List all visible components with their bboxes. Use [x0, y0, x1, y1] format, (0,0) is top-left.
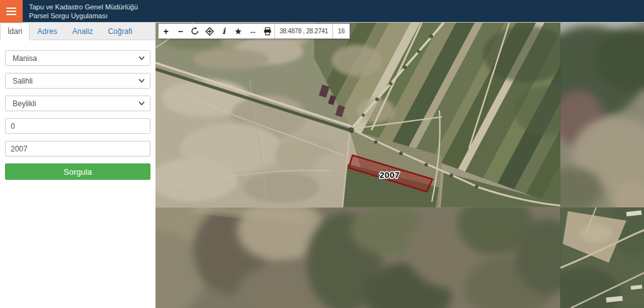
app-title-line2: Parsel Sorgu Uygulaması — [29, 11, 138, 20]
tab-analiz[interactable]: Analiz — [65, 23, 101, 40]
measure-button[interactable]: ↔ — [246, 24, 260, 38]
query-sidebar: İdari Adres Analiz Coğrafi Manisa Salihl… — [0, 23, 155, 308]
refresh-button[interactable] — [188, 24, 202, 38]
print-button[interactable] — [260, 24, 274, 38]
parcel-query-form: Manisa Salihli Beylikli — [0, 40, 155, 180]
sidebar-tabs: İdari Adres Analiz Coğrafi — [0, 23, 155, 40]
zoom-in-button[interactable]: + — [159, 24, 173, 38]
province-select-value: Manisa — [13, 54, 37, 63]
satellite-imagery: 2007 — [155, 23, 644, 308]
zoom-out-button[interactable]: − — [173, 24, 188, 38]
center-position-button[interactable] — [202, 24, 217, 38]
province-select[interactable]: Manisa — [5, 50, 150, 66]
printer-icon — [263, 27, 272, 36]
query-button[interactable]: Sorgula — [5, 163, 150, 180]
chevron-down-icon — [138, 56, 145, 60]
map-toolbar: + − i ★ ↔ 38.4878 , 28.2741 16 — [158, 23, 350, 39]
block-number-input[interactable] — [5, 118, 150, 134]
app-header: Tapu ve Kadastro Genel Müdürlüğü Parsel … — [0, 0, 644, 23]
tab-cografi[interactable]: Coğrafi — [100, 23, 140, 40]
menu-toggle-button[interactable] — [0, 0, 23, 23]
tab-adres[interactable]: Adres — [30, 23, 64, 40]
tab-idari[interactable]: İdari — [0, 23, 30, 40]
satellite-map[interactable]: 2007 + − i ★ ↔ 38.4878 , 28.274 — [155, 23, 644, 308]
zoom-level-display: 16 — [332, 24, 349, 38]
neighborhood-select-value: Beylikli — [13, 99, 36, 108]
chevron-down-icon — [138, 79, 145, 83]
crosshair-icon — [205, 27, 214, 36]
app-title-line1: Tapu ve Kadastro Genel Müdürlüğü — [29, 3, 138, 11]
parcel-number-input[interactable] — [5, 141, 150, 157]
refresh-icon — [191, 27, 199, 35]
chevron-down-icon — [138, 101, 145, 106]
info-button[interactable]: i — [217, 24, 231, 38]
district-select[interactable]: Salihli — [5, 73, 150, 89]
hamburger-icon — [6, 11, 16, 12]
district-select-value: Salihli — [13, 77, 33, 85]
parcel-label: 2007 — [380, 170, 400, 180]
app-title: Tapu ve Kadastro Genel Müdürlüğü Parsel … — [23, 0, 138, 22]
neighborhood-select[interactable]: Beylikli — [5, 96, 150, 111]
favorites-button[interactable]: ★ — [231, 24, 246, 38]
coordinates-display: 38.4878 , 28.2741 — [274, 24, 332, 38]
